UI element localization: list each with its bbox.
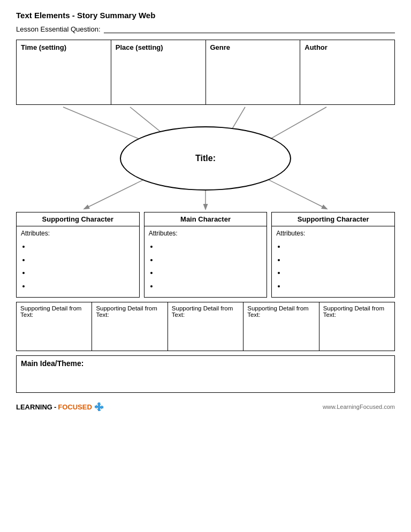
detail-label-3: Supporting Detail from Text: xyxy=(172,305,233,318)
detail-label-1: Supporting Detail from Text: xyxy=(20,305,81,318)
main-character: Main Character Attributes: xyxy=(144,212,268,298)
puzzle-icon xyxy=(94,401,104,412)
footer: LEARNING - FOCUSED www.LearningFocused.c… xyxy=(16,401,395,412)
bullet-item xyxy=(31,267,135,280)
bullet-item xyxy=(31,254,135,267)
top-box-time[interactable]: Time (setting) xyxy=(17,40,111,104)
top-box-author[interactable]: Author xyxy=(300,40,394,104)
bullet-list-2 xyxy=(149,240,263,293)
bullet-item xyxy=(31,240,135,254)
supporting-character-1-body: Attributes: xyxy=(17,226,139,297)
supporting-character-2-header: Supporting Character xyxy=(272,212,394,226)
lesson-question-label: Lesson Essential Question: xyxy=(16,25,101,33)
detail-section: Supporting Detail from Text: Supporting … xyxy=(16,302,395,351)
supporting-character-1-header: Supporting Character xyxy=(17,212,139,226)
bullet-item xyxy=(158,240,263,254)
logo-learning: LEARNING xyxy=(16,403,52,411)
supporting-character-2-body: Attributes: xyxy=(272,226,394,297)
bullet-item xyxy=(286,267,390,280)
top-box-place[interactable]: Place (setting) xyxy=(111,40,206,104)
footer-url: www.LearningFocused.com xyxy=(323,404,395,410)
bullet-item xyxy=(158,280,263,293)
detail-label-2: Supporting Detail from Text: xyxy=(96,305,157,318)
attributes-label-1: Attributes: xyxy=(21,230,135,237)
logo-focused: FOCUSED xyxy=(58,403,92,411)
center-area: Title: xyxy=(16,105,395,212)
oval-label: Title: xyxy=(195,154,216,163)
bullet-list-3 xyxy=(276,240,390,293)
detail-label-5: Supporting Detail from Text: xyxy=(323,305,384,318)
page-title: Text Elements - Story Summary Web xyxy=(16,11,395,20)
title-oval[interactable]: Title: xyxy=(120,126,291,191)
top-box-genre[interactable]: Genre xyxy=(206,40,301,104)
bullet-item xyxy=(286,254,390,267)
bullet-item xyxy=(158,267,263,280)
attributes-label-3: Attributes: xyxy=(276,230,390,237)
oval-container: Title: xyxy=(120,126,291,191)
main-character-header: Main Character xyxy=(144,212,267,226)
bullet-item xyxy=(286,240,390,254)
main-idea-header: Main Idea/Theme: xyxy=(21,359,390,368)
attributes-label-2: Attributes: xyxy=(149,230,263,237)
main-idea-box[interactable]: Main Idea/Theme: xyxy=(16,355,395,393)
lesson-question: Lesson Essential Question: xyxy=(16,25,395,33)
main-character-body: Attributes: xyxy=(144,226,267,297)
supporting-character-2: Supporting Character Attributes: xyxy=(271,212,395,298)
footer-logo: LEARNING - FOCUSED xyxy=(16,401,104,412)
detail-label-4: Supporting Detail from Text: xyxy=(247,305,308,318)
bullet-item xyxy=(286,280,390,293)
detail-box-2[interactable]: Supporting Detail from Text: xyxy=(92,302,168,351)
character-section: Supporting Character Attributes: Main Ch… xyxy=(16,212,395,298)
supporting-character-1: Supporting Character Attributes: xyxy=(16,212,140,298)
detail-box-4[interactable]: Supporting Detail from Text: xyxy=(243,302,319,351)
detail-box-1[interactable]: Supporting Detail from Text: xyxy=(17,302,92,351)
bullet-list-1 xyxy=(21,240,135,293)
top-boxes-container: Time (setting) Place (setting) Genre Aut… xyxy=(16,40,395,105)
bullet-item xyxy=(31,280,135,293)
logo-dash: - xyxy=(54,403,56,411)
bullet-item xyxy=(158,254,263,267)
detail-box-3[interactable]: Supporting Detail from Text: xyxy=(168,302,243,351)
lesson-question-line xyxy=(104,26,395,33)
detail-box-5[interactable]: Supporting Detail from Text: xyxy=(319,302,394,351)
